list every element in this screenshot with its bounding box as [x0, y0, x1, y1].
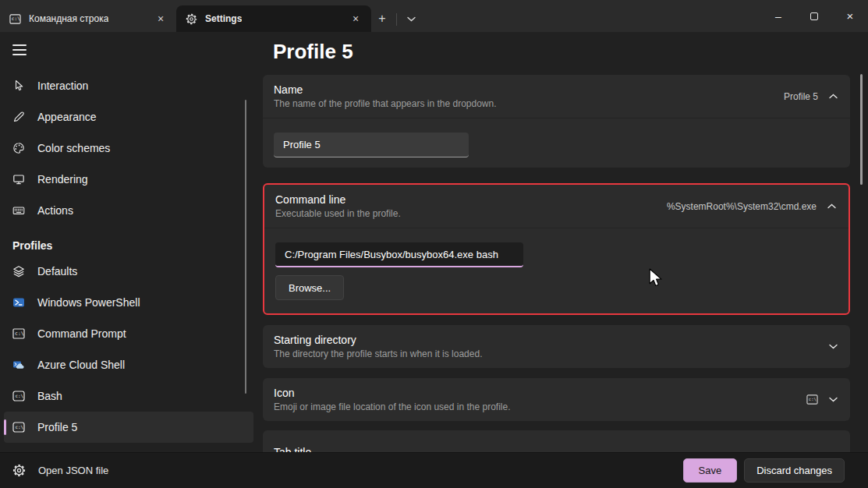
sidebar-profiles: Defaults Windows PowerShell c:\ Command … [0, 256, 257, 443]
command-line-setting-card: Command line Executable used in the prof… [263, 183, 850, 315]
chevron-up-icon[interactable] [827, 203, 836, 209]
sidebar: Interaction Appearance Color schemes Ren… [0, 32, 257, 452]
starting-directory-card-header[interactable]: Starting directory The directory the pro… [263, 325, 850, 368]
footer-bar: Open JSON file Save Discard changes [0, 452, 868, 488]
hamburger-bar [12, 44, 27, 46]
card-title: Icon [274, 387, 511, 399]
cmd-icon: c:\ [9, 13, 21, 25]
gear-icon [186, 13, 197, 25]
sidebar-item-azure-cloud-shell[interactable]: Azure Cloud Shell [4, 349, 253, 380]
starting-directory-setting-card: Starting directory The directory the pro… [263, 325, 850, 368]
sidebar-item-label: Actions [37, 204, 73, 217]
azure-cloud-icon [12, 359, 25, 371]
hamburger-bar [12, 49, 27, 51]
terminal-icon: c:\ [12, 421, 25, 433]
card-description: Emoji or image file location of the icon… [274, 401, 511, 412]
settings-content: Profile 5 Name The name of the profile t… [257, 32, 868, 452]
hamburger-bar [12, 54, 27, 55]
pen-icon [12, 111, 25, 123]
card-description: The name of the profile that appears in … [274, 98, 497, 109]
cmd-icon: c:\ [12, 327, 25, 340]
content-scrollbar[interactable] [860, 74, 863, 185]
name-setting-card: Name The name of the profile that appear… [263, 75, 850, 168]
name-card-header[interactable]: Name The name of the profile that appear… [263, 75, 850, 118]
sidebar-item-defaults[interactable]: Defaults [4, 256, 253, 287]
close-tab-icon[interactable]: × [348, 11, 363, 27]
card-title: Name [274, 83, 497, 96]
sidebar-item-appearance[interactable]: Appearance [4, 101, 253, 133]
profiles-section-header: Profiles [12, 235, 257, 256]
sidebar-item-label: Bash [37, 390, 62, 402]
sidebar-item-profile-5[interactable]: c:\ Profile 5 [4, 412, 253, 443]
command-line-input[interactable] [275, 242, 523, 267]
hamburger-menu-button[interactable] [12, 44, 27, 55]
sidebar-item-actions[interactable]: Actions [4, 195, 253, 226]
icon-card-header[interactable]: Icon Emoji or image file location of the… [263, 378, 850, 421]
maximize-icon [810, 12, 818, 20]
card-description: The directory the profile starts in when… [274, 348, 482, 359]
card-current-value: Profile 5 [784, 91, 818, 102]
tab-settings[interactable]: Settings × [176, 5, 371, 32]
close-window-button[interactable]: × [832, 0, 868, 32]
svg-text:c:\: c:\ [15, 331, 24, 337]
card-title: Tab title [274, 446, 311, 453]
powershell-icon [12, 296, 25, 309]
browse-button[interactable]: Browse... [275, 275, 344, 300]
windows-terminal-settings-window: c:\ Командная строка × Settings × + – × [0, 0, 868, 488]
sidebar-item-label: Windows PowerShell [37, 296, 140, 309]
icon-setting-card: Icon Emoji or image file location of the… [263, 378, 850, 421]
sidebar-item-label: Command Prompt [37, 327, 126, 340]
layers-icon [12, 265, 25, 278]
terminal-icon: c:\ [12, 390, 25, 402]
sidebar-item-label: Profile 5 [37, 421, 77, 433]
sidebar-item-bash[interactable]: c:\ Bash [4, 380, 253, 412]
sidebar-item-windows-powershell[interactable]: Windows PowerShell [4, 287, 253, 318]
titlebar: c:\ Командная строка × Settings × + – × [0, 0, 868, 32]
tab-command-prompt[interactable]: c:\ Командная строка × [0, 5, 176, 32]
sidebar-item-label: Defaults [37, 265, 77, 278]
tab-dropdown-button[interactable] [400, 7, 422, 30]
tab-label: Settings [205, 13, 242, 24]
sidebar-item-interaction[interactable]: Interaction [4, 70, 253, 101]
close-tab-icon[interactable]: × [153, 11, 168, 27]
gear-icon [12, 464, 26, 477]
monitor-icon [12, 173, 25, 186]
tab-label: Командная строка [29, 13, 108, 24]
tab-title-card-header[interactable]: Tab title [263, 430, 850, 452]
card-title: Command line [275, 193, 401, 206]
svg-text:c:\: c:\ [12, 16, 20, 21]
sidebar-item-label: Color schemes [37, 142, 110, 154]
sidebar-nav: Interaction Appearance Color schemes Ren… [0, 70, 257, 226]
maximize-button[interactable] [796, 0, 832, 32]
mouse-cursor-icon [12, 80, 25, 92]
sidebar-item-label: Azure Cloud Shell [37, 359, 125, 371]
tabbar-separator [396, 13, 397, 26]
palette-icon [12, 142, 25, 154]
save-button[interactable]: Save [683, 458, 738, 483]
discard-changes-button[interactable]: Discard changes [744, 458, 845, 483]
svg-text:c:\: c:\ [15, 393, 23, 398]
profile-name-input[interactable] [274, 133, 469, 157]
chevron-down-icon[interactable] [829, 397, 838, 402]
sidebar-item-command-prompt[interactable]: c:\ Command Prompt [4, 318, 253, 349]
profile-icon-preview: c:\ [806, 394, 818, 405]
chevron-down-icon[interactable] [829, 344, 838, 349]
sidebar-item-color-schemes[interactable]: Color schemes [4, 133, 253, 164]
sidebar-item-rendering[interactable]: Rendering [4, 164, 253, 195]
sidebar-item-label: Interaction [37, 80, 88, 92]
keyboard-icon [12, 204, 25, 217]
minimize-icon: – [775, 10, 781, 23]
open-json-file-button[interactable]: Open JSON file [12, 464, 108, 477]
sidebar-scrollbar[interactable] [245, 100, 247, 394]
sidebar-item-label: Appearance [37, 111, 97, 123]
card-title: Starting directory [274, 334, 482, 346]
card-description: Executable used in the profile. [275, 208, 401, 219]
new-tab-button[interactable]: + [371, 7, 393, 30]
open-json-file-label: Open JSON file [38, 465, 108, 476]
command-line-card-header[interactable]: Command line Executable used in the prof… [264, 185, 849, 228]
tab-title-setting-card: Tab title [263, 430, 850, 452]
page-title: Profile 5 [273, 38, 850, 65]
minimize-button[interactable]: – [760, 0, 796, 32]
svg-text:c:\: c:\ [809, 397, 817, 401]
chevron-up-icon[interactable] [829, 94, 838, 99]
